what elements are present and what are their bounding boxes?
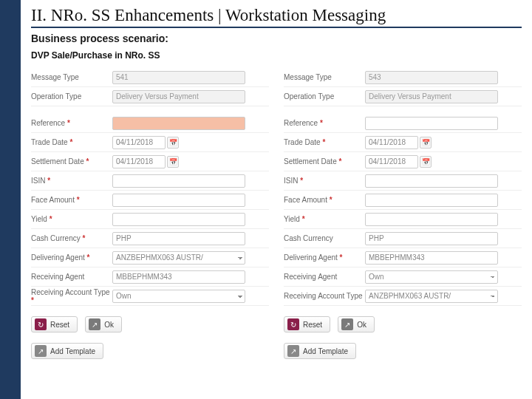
receiving-agent-select[interactable] xyxy=(365,270,498,284)
add-template-label: Add Template xyxy=(50,347,95,355)
settlement-date-input[interactable] xyxy=(365,155,418,168)
lbl-cash-currency: Cash Currency xyxy=(284,234,365,242)
lbl-reference: Reference xyxy=(284,119,365,127)
lbl-receiving-agent: Receiving Agent xyxy=(31,273,112,281)
receiving-account-type-select[interactable] xyxy=(365,290,498,303)
delivering-agent-select[interactable] xyxy=(112,251,245,265)
face-amount-input[interactable] xyxy=(365,194,498,207)
template-icon: ↗ xyxy=(287,345,299,357)
isin-input[interactable] xyxy=(365,174,498,188)
reset-label: Reset xyxy=(50,321,69,329)
calendar-icon[interactable]: 📅 xyxy=(167,137,179,149)
lbl-settlement-date: Settlement Date xyxy=(31,157,112,166)
calendar-icon[interactable]: 📅 xyxy=(167,156,179,168)
calendar-icon[interactable]: 📅 xyxy=(420,137,432,149)
cash-currency-input[interactable] xyxy=(112,232,245,245)
ok-label: Ok xyxy=(104,321,114,329)
lbl-delivering-agent: Delivering Agent xyxy=(31,253,112,262)
reference-input[interactable] xyxy=(112,117,245,130)
add-template-label: Add Template xyxy=(303,347,348,355)
page-subtitle: Business process scenario: xyxy=(31,33,522,44)
delivering-agent-input[interactable] xyxy=(365,251,498,265)
ok-button[interactable]: ↗Ok xyxy=(338,316,375,332)
message-type-input xyxy=(112,71,245,84)
form-right: Message Type Operation Type Reference Tr… xyxy=(284,68,522,365)
operation-type-input xyxy=(365,90,498,103)
lbl-isin: ISIN xyxy=(31,177,112,185)
lbl-delivering-agent: Delivering Agent xyxy=(284,253,365,262)
lbl-settlement-date: Settlement Date xyxy=(284,157,365,166)
trade-date-input[interactable] xyxy=(112,136,166,149)
lbl-trade-date: Trade Date xyxy=(284,138,365,146)
receiving-account-type-select[interactable] xyxy=(112,290,245,303)
page-title: II. NRo. SS Enhancements | Workstation M… xyxy=(31,6,522,28)
yield-input[interactable] xyxy=(112,213,245,226)
lbl-receiving-account-type: Receiving Account Type xyxy=(31,288,112,304)
lbl-receiving-account-type: Receiving Account Type xyxy=(284,292,365,300)
ok-label: Ok xyxy=(357,321,366,329)
lbl-message-type: Message Type xyxy=(284,73,365,81)
isin-input[interactable] xyxy=(112,174,245,188)
reset-button[interactable]: ↻Reset xyxy=(284,316,330,332)
lbl-trade-date: Trade Date xyxy=(31,138,112,146)
reference-input[interactable] xyxy=(365,117,498,130)
reset-button[interactable]: ↻Reset xyxy=(31,316,78,332)
yield-input[interactable] xyxy=(365,213,498,226)
reset-icon: ↻ xyxy=(287,318,299,330)
lbl-yield: Yield xyxy=(31,215,112,223)
operation-type-input xyxy=(112,90,245,103)
calendar-icon[interactable]: 📅 xyxy=(420,156,432,168)
lbl-receiving-agent: Receiving Agent xyxy=(284,273,365,281)
lbl-reference: Reference xyxy=(31,119,112,127)
ok-icon: ↗ xyxy=(89,318,100,330)
lbl-yield: Yield xyxy=(284,215,365,223)
lbl-face-amount: Face Amount xyxy=(31,196,112,204)
ok-icon: ↗ xyxy=(341,318,353,330)
ok-button[interactable]: ↗Ok xyxy=(85,316,122,332)
add-template-button[interactable]: ↗Add Template xyxy=(31,343,103,359)
cash-currency-input[interactable] xyxy=(365,232,498,245)
receiving-agent-input[interactable] xyxy=(112,270,245,284)
settlement-date-input[interactable] xyxy=(112,155,166,168)
lbl-face-amount: Face Amount xyxy=(284,196,365,204)
reset-label: Reset xyxy=(303,321,322,329)
template-icon: ↗ xyxy=(35,345,47,357)
trade-date-input[interactable] xyxy=(365,136,418,149)
scenario-label: DVP Sale/Purchase in NRo. SS xyxy=(31,50,522,61)
side-accent-bar xyxy=(0,0,21,399)
lbl-isin: ISIN xyxy=(284,177,365,185)
message-type-input xyxy=(365,71,498,84)
reset-icon: ↻ xyxy=(35,318,47,330)
add-template-button[interactable]: ↗Add Template xyxy=(284,343,356,359)
lbl-operation-type: Operation Type xyxy=(284,92,365,100)
face-amount-input[interactable] xyxy=(112,194,245,207)
lbl-operation-type: Operation Type xyxy=(31,92,112,100)
lbl-message-type: Message Type xyxy=(31,73,112,81)
lbl-cash-currency: Cash Currency xyxy=(31,234,112,242)
form-left: Message Type Operation Type Reference Tr… xyxy=(31,68,269,365)
